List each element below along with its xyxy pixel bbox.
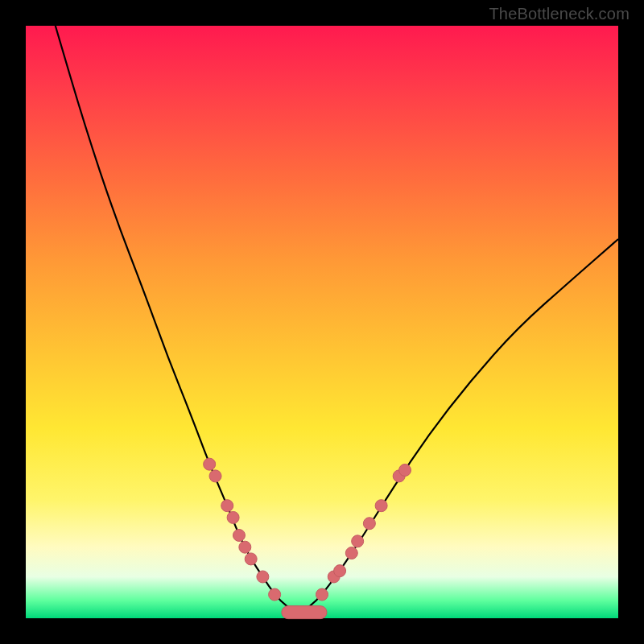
marker-left-7 — [257, 571, 269, 583]
curve-left-branch — [56, 26, 299, 613]
marker-left-1 — [209, 470, 221, 482]
marker-left-8 — [269, 588, 281, 601]
chart-svg — [26, 26, 618, 618]
trough-marker — [282, 606, 327, 619]
marker-left-0 — [204, 458, 216, 470]
marker-right-4 — [352, 535, 364, 547]
trough-layer — [282, 606, 327, 619]
outer-frame: TheBottleneck.com — [0, 0, 644, 644]
marker-left-6 — [245, 553, 257, 565]
watermark-text: TheBottleneck.com — [489, 5, 630, 23]
marker-layer — [204, 458, 411, 601]
marker-right-3 — [345, 547, 357, 559]
marker-right-6 — [375, 500, 387, 512]
curve-layer — [56, 26, 618, 613]
marker-right-5 — [363, 518, 375, 530]
marker-right-2 — [334, 565, 346, 577]
marker-left-2 — [221, 500, 233, 512]
marker-right-8 — [399, 464, 411, 477]
marker-left-3 — [227, 511, 239, 523]
marker-right-0 — [316, 588, 328, 601]
marker-left-5 — [239, 541, 251, 553]
marker-left-4 — [233, 529, 245, 541]
